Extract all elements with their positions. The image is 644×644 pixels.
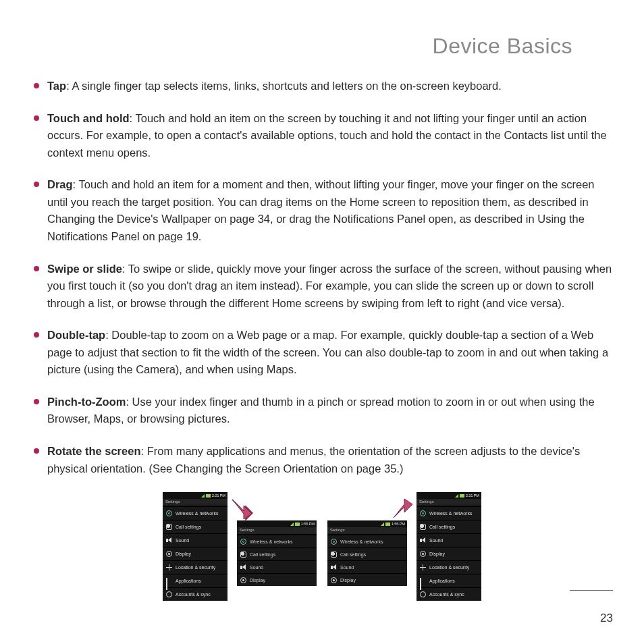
- menu-label: Call settings: [250, 552, 275, 557]
- menu-label: Accounts & sync: [176, 592, 211, 597]
- figure-rotate-to-landscape: 2:21 PM Settings Wireless & networksCall…: [163, 492, 317, 601]
- menu-row: Call settings: [163, 520, 227, 533]
- menu-label: Location & security: [176, 565, 215, 570]
- wifi-icon: [331, 539, 337, 545]
- menu-list: Wireless & networksCall settingsSoundDis…: [163, 506, 227, 601]
- menu-row: Wireless & networks: [237, 535, 317, 547]
- gesture-text: : A single finger tap selects items, lin…: [66, 80, 502, 92]
- menu-row: Applications: [417, 574, 481, 587]
- signal-icon: [455, 494, 458, 498]
- gesture-item: Pinch-to-Zoom: Use your index finger and…: [31, 394, 613, 428]
- content: Tap: A single finger tap selects items, …: [31, 78, 613, 477]
- menu-row: Wireless & networks: [417, 506, 481, 520]
- display-icon: [420, 551, 426, 557]
- menu-row: Call settings: [417, 520, 481, 533]
- arrow-down-right-icon: [230, 498, 253, 523]
- phone-portrait: 2:21 PM Settings Wireless & networksCall…: [163, 492, 227, 601]
- menu-row: Display: [163, 547, 227, 560]
- menu-label: Wireless & networks: [429, 511, 472, 516]
- acct-icon: [420, 591, 426, 597]
- display-icon: [331, 577, 337, 583]
- gesture-item: Double-tap: Double-tap to zoom on a Web …: [31, 327, 613, 379]
- menu-label: Display: [250, 578, 265, 583]
- apps-icon: [166, 578, 172, 584]
- loc-icon: [166, 564, 172, 570]
- clock-text: 2:21 PM: [466, 493, 479, 498]
- menu-row: Sound: [237, 560, 317, 573]
- menu-label: Sound: [340, 565, 354, 570]
- gesture-text: : Double-tap to zoom on a Web page or a …: [47, 329, 608, 375]
- menu-label: Accounts & sync: [429, 592, 464, 597]
- menu-label: Applications: [429, 579, 455, 583]
- gesture-term: Tap: [47, 80, 66, 92]
- signal-icon: [381, 522, 384, 526]
- gesture-text: : To swipe or slide, quickly move your f…: [47, 263, 612, 309]
- screen-header: Settings: [417, 499, 481, 506]
- phone-landscape: 1:55 PM Settings Wireless & networksCall…: [327, 520, 407, 586]
- wifi-icon: [240, 539, 246, 545]
- menu-label: Applications: [176, 579, 201, 583]
- menu-label: Display: [176, 552, 191, 556]
- display-icon: [166, 551, 172, 557]
- call-icon: [166, 524, 172, 530]
- gesture-text: : Use your index finger and thumb in a p…: [47, 396, 595, 425]
- menu-row: Applications: [163, 574, 227, 587]
- menu-row: Wireless & networks: [163, 506, 227, 520]
- clock-text: 2:21 PM: [212, 493, 225, 498]
- sound-icon: [331, 564, 337, 570]
- battery-icon: [206, 494, 211, 498]
- screen-header: Settings: [163, 499, 227, 506]
- menu-row: Sound: [163, 533, 227, 547]
- display-icon: [240, 577, 246, 583]
- battery-icon: [385, 522, 390, 526]
- menu-label: Display: [429, 552, 445, 556]
- menu-label: Location & security: [429, 565, 469, 570]
- gesture-term: Drag: [47, 178, 73, 190]
- arrow-up-right-icon: [391, 498, 414, 523]
- gesture-item: Swipe or slide: To swipe or slide, quick…: [31, 261, 613, 313]
- menu-row: Accounts & sync: [417, 587, 481, 601]
- call-icon: [420, 524, 426, 530]
- sound-icon: [166, 537, 172, 543]
- gesture-term: Double-tap: [47, 329, 105, 341]
- sound-icon: [420, 537, 426, 543]
- wifi-icon: [166, 510, 172, 516]
- gesture-term: Swipe or slide: [47, 263, 122, 275]
- battery-icon: [460, 494, 464, 498]
- gesture-term: Rotate the screen: [47, 445, 140, 457]
- page-title: Device Basics: [31, 34, 572, 59]
- menu-label: Sound: [250, 565, 263, 570]
- menu-row: Wireless & networks: [327, 535, 407, 547]
- menu-label: Wireless & networks: [176, 511, 218, 516]
- gesture-item: Tap: A single finger tap selects items, …: [31, 78, 613, 95]
- menu-label: Call settings: [176, 525, 201, 529]
- screen-header: Settings: [327, 527, 407, 535]
- menu-row: Display: [237, 573, 317, 586]
- menu-row: Call settings: [327, 547, 407, 560]
- menu-label: Wireless & networks: [340, 539, 383, 544]
- screen-header: Settings: [237, 527, 317, 535]
- menu-row: Sound: [327, 560, 407, 573]
- gesture-term: Pinch-to-Zoom: [47, 396, 126, 408]
- sound-icon: [240, 564, 246, 570]
- menu-label: Sound: [429, 538, 443, 543]
- loc-icon: [420, 564, 426, 570]
- phone-landscape: 1:55 PM Settings Wireless & networksCall…: [237, 520, 317, 586]
- menu-list: Wireless & networksCall settingsSoundDis…: [417, 506, 481, 601]
- clock-text: 1:55 PM: [301, 522, 315, 526]
- acct-icon: [166, 591, 172, 597]
- menu-label: Call settings: [429, 525, 455, 529]
- menu-list: Wireless & networksCall settingsSoundDis…: [237, 535, 317, 586]
- gesture-list: Tap: A single finger tap selects items, …: [31, 78, 613, 477]
- menu-list: Wireless & networksCall settingsSoundDis…: [327, 535, 407, 586]
- battery-icon: [295, 522, 300, 526]
- gesture-item: Touch and hold: Touch and hold an item o…: [31, 110, 613, 162]
- apps-icon: [420, 578, 426, 584]
- gesture-item: Rotate the screen: From many application…: [31, 443, 613, 477]
- call-icon: [240, 552, 246, 558]
- phone-portrait: 2:21 PM Settings Wireless & networksCall…: [417, 492, 481, 601]
- gesture-item: Drag: Touch and hold an item for a momen…: [31, 176, 613, 245]
- menu-row: Location & security: [163, 560, 227, 574]
- status-bar: 2:21 PM: [163, 492, 227, 499]
- gesture-text: : Touch and hold an item on the screen b…: [47, 112, 607, 159]
